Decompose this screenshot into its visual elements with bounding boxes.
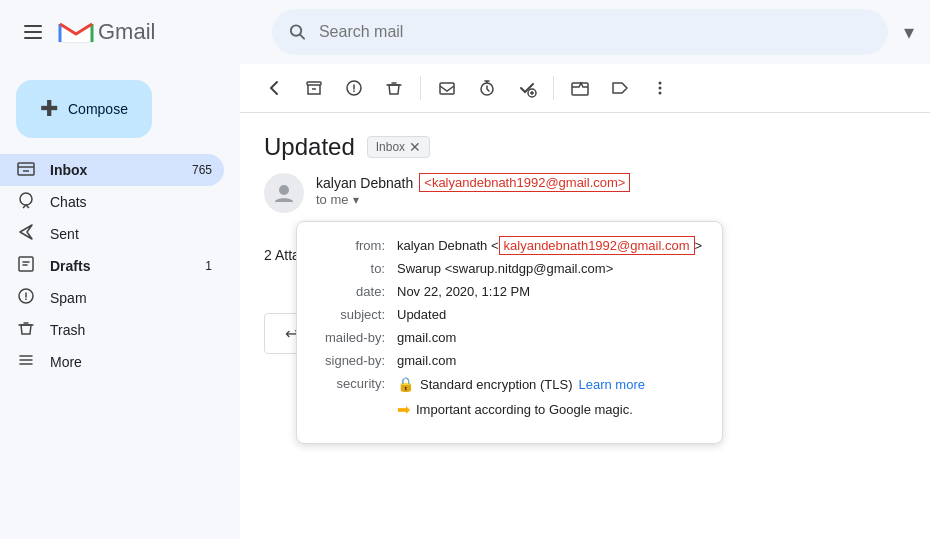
- compose-plus-icon: ✚: [40, 96, 58, 122]
- report-button[interactable]: [336, 72, 372, 104]
- menu-icon[interactable]: [16, 17, 50, 47]
- sender-avatar: [264, 173, 304, 213]
- svg-rect-7: [440, 83, 454, 94]
- topbar-right: ▾: [904, 20, 914, 44]
- drafts-icon: [16, 254, 36, 279]
- detail-from-row: from: kalyan Debnath <kalyandebnath1992@…: [317, 238, 702, 253]
- email-detail-popup: from: kalyan Debnath <kalyandebnath1992@…: [296, 221, 723, 444]
- sidebar-item-drafts-label: Drafts: [50, 258, 191, 274]
- sidebar-more[interactable]: More: [0, 346, 224, 378]
- trash-icon: [16, 318, 36, 343]
- important-value: ➡ Important according to Google magic.: [397, 400, 702, 419]
- svg-point-13: [659, 92, 662, 95]
- email-subject-row: Updated Inbox ✕: [240, 113, 930, 173]
- svg-rect-1: [18, 163, 34, 175]
- to-label: to me: [316, 192, 349, 207]
- date-label: date:: [317, 284, 397, 299]
- inbox-count: 765: [192, 163, 212, 177]
- chevron-down-icon[interactable]: ▾: [904, 20, 914, 44]
- from-label: from:: [317, 238, 397, 253]
- sidebar: ✚ Compose Inbox 765 Chats Sent: [0, 64, 240, 539]
- toolbar-divider-2: [553, 76, 554, 100]
- sidebar-item-inbox[interactable]: Inbox 765: [0, 154, 224, 186]
- drafts-count: 1: [205, 259, 212, 273]
- compose-button[interactable]: ✚ Compose: [16, 80, 152, 138]
- archive-button[interactable]: [296, 72, 332, 104]
- important-star-icon: ➡: [397, 400, 410, 419]
- badge-close-icon[interactable]: ✕: [409, 139, 421, 155]
- mark-button[interactable]: [429, 72, 465, 104]
- lock-icon: 🔒: [397, 376, 414, 392]
- detail-to-row: to: Swarup <swarup.nitdgp@gmail.com>: [317, 261, 702, 276]
- detail-date-row: date: Nov 22, 2020, 1:12 PM: [317, 284, 702, 299]
- to-label-detail: to:: [317, 261, 397, 276]
- delete-button[interactable]: [376, 72, 412, 104]
- mailed-by-value: gmail.com: [397, 330, 702, 345]
- chats-icon: [16, 190, 36, 215]
- from-value: kalyan Debnath <kalyandebnath1992@gmail.…: [397, 238, 702, 253]
- from-email-highlight: kalyandebnath1992@gmail.com: [499, 236, 695, 255]
- search-bar[interactable]: [272, 9, 888, 55]
- more-icon: [16, 350, 36, 375]
- sidebar-item-drafts[interactable]: Drafts 1: [0, 250, 224, 282]
- svg-point-12: [659, 87, 662, 90]
- spam-icon: [16, 286, 36, 311]
- app-title: Gmail: [98, 19, 155, 45]
- search-input[interactable]: [319, 23, 872, 41]
- svg-point-14: [279, 185, 289, 195]
- sender-email-highlight: <kalyandebnath1992@gmail.com>: [419, 173, 630, 192]
- mailed-by-label: mailed-by:: [317, 330, 397, 345]
- signed-by-value: gmail.com: [397, 353, 702, 368]
- to-value: Swarup <swarup.nitdgp@gmail.com>: [397, 261, 702, 276]
- gmail-m-logo: [58, 14, 94, 50]
- label-button[interactable]: [602, 72, 638, 104]
- email-subject: Updated: [264, 133, 355, 161]
- sidebar-item-trash-label: Trash: [50, 322, 198, 338]
- move-button[interactable]: [562, 72, 598, 104]
- signed-by-label: signed-by:: [317, 353, 397, 368]
- svg-point-2: [20, 193, 32, 205]
- expand-details-icon[interactable]: ▾: [353, 193, 359, 207]
- sidebar-item-chats-label: Chats: [50, 194, 198, 210]
- more-label: More: [50, 354, 82, 370]
- inbox-badge-label: Inbox: [376, 140, 405, 154]
- email-to-row: to me ▾: [316, 192, 906, 207]
- email-from-row: kalyan Debnath <kalyandebnath1992@gmail.…: [316, 173, 906, 192]
- sidebar-item-sent-label: Sent: [50, 226, 198, 242]
- svg-point-11: [659, 82, 662, 85]
- email-toolbar: [240, 64, 930, 113]
- sent-icon: [16, 222, 36, 247]
- detail-signed-by-row: signed-by: gmail.com: [317, 353, 702, 368]
- done-button[interactable]: [509, 72, 545, 104]
- more-options-button[interactable]: [642, 72, 678, 104]
- back-button[interactable]: [256, 72, 292, 104]
- date-value: Nov 22, 2020, 1:12 PM: [397, 284, 702, 299]
- learn-more-link[interactable]: Learn more: [578, 377, 644, 392]
- compose-label: Compose: [68, 101, 128, 117]
- email-panel: Updated Inbox ✕ kalyan Debnath <kalyande…: [240, 64, 930, 539]
- inbox-badge[interactable]: Inbox ✕: [367, 136, 430, 158]
- sidebar-item-trash[interactable]: Trash: [0, 314, 224, 346]
- security-value: 🔒 Standard encryption (TLS) Learn more: [397, 376, 702, 392]
- important-text: Important according to Google magic.: [416, 402, 633, 417]
- detail-security-row: security: 🔒 Standard encryption (TLS) Le…: [317, 376, 702, 392]
- detail-subject-row: subject: Updated: [317, 307, 702, 322]
- sender-name: kalyan Debnath: [316, 175, 413, 191]
- sidebar-item-chats[interactable]: Chats: [0, 186, 224, 218]
- security-label: security:: [317, 376, 397, 391]
- email-meta: kalyan Debnath <kalyandebnath1992@gmail.…: [316, 173, 906, 207]
- subject-label-detail: subject:: [317, 307, 397, 322]
- topbar-left: Gmail: [16, 14, 256, 50]
- search-icon: [288, 22, 307, 42]
- snooze-button[interactable]: [469, 72, 505, 104]
- svg-rect-3: [19, 257, 33, 271]
- svg-rect-5: [307, 82, 321, 85]
- sidebar-item-spam[interactable]: Spam: [0, 282, 224, 314]
- detail-mailed-by-row: mailed-by: gmail.com: [317, 330, 702, 345]
- sidebar-item-sent[interactable]: Sent: [0, 218, 224, 250]
- sidebar-item-spam-label: Spam: [50, 290, 198, 306]
- detail-important-row: ➡ Important according to Google magic.: [317, 400, 702, 419]
- from-name: kalyan Debnath: [397, 238, 487, 253]
- security-text: Standard encryption (TLS): [420, 377, 572, 392]
- email-header: kalyan Debnath <kalyandebnath1992@gmail.…: [240, 173, 930, 229]
